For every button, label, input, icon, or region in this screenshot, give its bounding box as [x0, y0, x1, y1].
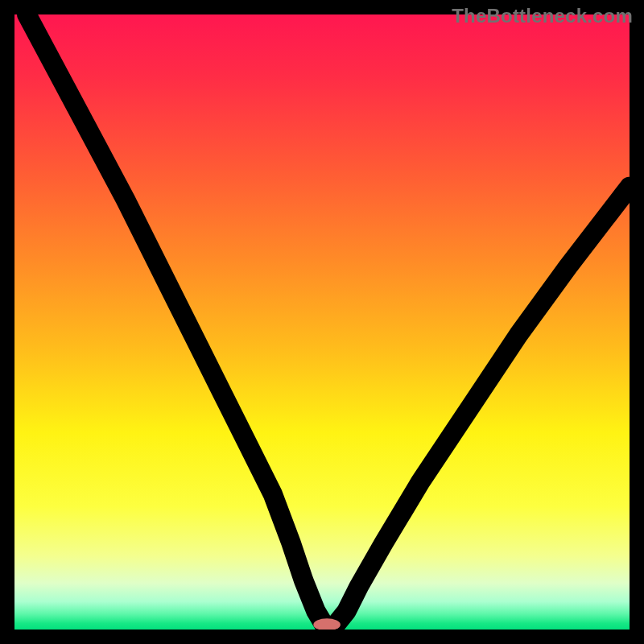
chart-frame: TheBottleneck.com — [0, 0, 644, 644]
bottleneck-chart — [14, 14, 630, 630]
watermark-text: TheBottleneck.com — [452, 5, 633, 27]
